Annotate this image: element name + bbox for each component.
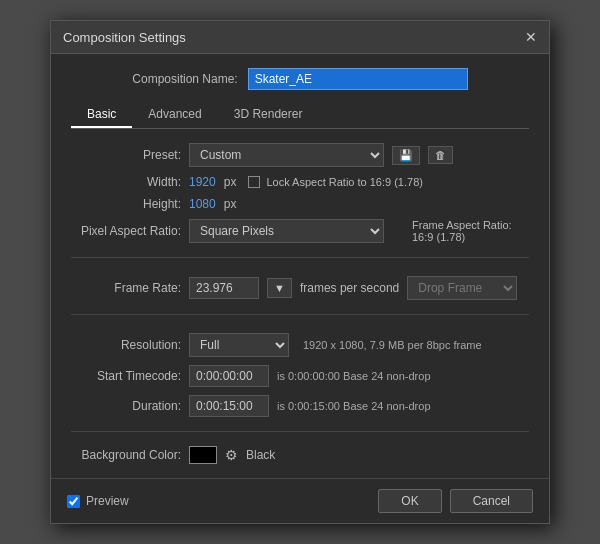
footer-right: OK Cancel	[378, 489, 533, 513]
title-bar: Composition Settings ✕	[51, 21, 549, 54]
width-unit: px	[224, 175, 237, 189]
height-label: Height:	[71, 197, 181, 211]
duration-row: Duration: is 0:00:15:00 Base 24 non-drop	[71, 395, 529, 417]
resolution-row: Resolution: Full Half Third Quarter Cust…	[71, 333, 529, 357]
tab-basic[interactable]: Basic	[71, 102, 132, 128]
duration-input[interactable]	[189, 395, 269, 417]
start-timecode-info: is 0:00:00:00 Base 24 non-drop	[277, 370, 431, 382]
start-timecode-row: Start Timecode: is 0:00:00:00 Base 24 no…	[71, 365, 529, 387]
tab-3d-renderer[interactable]: 3D Renderer	[218, 102, 319, 128]
par-label: Pixel Aspect Ratio:	[71, 224, 181, 238]
resolution-label: Resolution:	[71, 338, 181, 352]
start-timecode-label: Start Timecode:	[71, 369, 181, 383]
preset-row: Preset: Custom 💾 🗑	[71, 143, 529, 167]
frame-aspect-value: 16:9 (1.78)	[412, 231, 512, 243]
frame-aspect-label: Frame Aspect Ratio:	[412, 219, 512, 231]
lock-row: Lock Aspect Ratio to 16:9 (1.78)	[248, 176, 423, 188]
resolution-select[interactable]: Full Half Third Quarter Custom	[189, 333, 289, 357]
par-select[interactable]: Square Pixels	[189, 219, 384, 243]
size-row: Width: 1920 px Lock Aspect Ratio to 16:9…	[71, 175, 529, 189]
height-value[interactable]: 1080	[189, 197, 216, 211]
dialog-body: Composition Name: Basic Advanced 3D Rend…	[51, 54, 549, 478]
comp-name-label: Composition Name:	[132, 72, 237, 86]
start-timecode-input[interactable]	[189, 365, 269, 387]
lock-aspect-label: Lock Aspect Ratio to 16:9 (1.78)	[266, 176, 423, 188]
comp-name-row: Composition Name:	[71, 68, 529, 90]
comp-name-input[interactable]	[248, 68, 468, 90]
drop-frame-select[interactable]: Drop Frame	[407, 276, 517, 300]
preset-label: Preset:	[71, 148, 181, 162]
duration-info: is 0:00:15:00 Base 24 non-drop	[277, 400, 431, 412]
color-name: Black	[246, 448, 275, 462]
footer-left: Preview	[67, 494, 129, 508]
par-row: Pixel Aspect Ratio: Square Pixels Frame …	[71, 219, 529, 243]
width-label: Width:	[71, 175, 181, 189]
composition-settings-dialog: Composition Settings ✕ Composition Name:…	[50, 20, 550, 524]
ok-button[interactable]: OK	[378, 489, 441, 513]
preset-delete-button[interactable]: 🗑	[428, 146, 453, 164]
frame-rate-input[interactable]	[189, 277, 259, 299]
frame-rate-dropdown-button[interactable]: ▼	[267, 278, 292, 298]
frame-rate-label: Frame Rate:	[71, 281, 181, 295]
dialog-title: Composition Settings	[63, 30, 186, 45]
background-color-swatch[interactable]	[189, 446, 217, 464]
eyedropper-button[interactable]: ⚙	[225, 447, 238, 463]
frame-aspect-info: Frame Aspect Ratio: 16:9 (1.78)	[412, 219, 512, 243]
tab-advanced[interactable]: Advanced	[132, 102, 217, 128]
background-color-label: Background Color:	[71, 448, 181, 462]
cancel-button[interactable]: Cancel	[450, 489, 533, 513]
height-unit: px	[224, 197, 237, 211]
preset-save-button[interactable]: 💾	[392, 146, 420, 165]
frame-rate-unit: frames per second	[300, 281, 399, 295]
frame-rate-row: Frame Rate: ▼ frames per second Drop Fra…	[71, 276, 529, 300]
form-section: Preset: Custom 💾 🗑 Width: 1920 px Lock A…	[71, 143, 529, 464]
tabs-container: Basic Advanced 3D Renderer	[71, 102, 529, 129]
preview-label: Preview	[86, 494, 129, 508]
height-row: Height: 1080 px	[71, 197, 529, 211]
duration-label: Duration:	[71, 399, 181, 413]
lock-aspect-checkbox[interactable]	[248, 176, 260, 188]
preview-checkbox[interactable]	[67, 495, 80, 508]
resolution-info: 1920 x 1080, 7.9 MB per 8bpc frame	[303, 339, 482, 351]
width-value[interactable]: 1920	[189, 175, 216, 189]
dialog-footer: Preview OK Cancel	[51, 478, 549, 523]
preset-select[interactable]: Custom	[189, 143, 384, 167]
background-color-row: Background Color: ⚙ Black	[71, 446, 529, 464]
close-button[interactable]: ✕	[525, 29, 537, 45]
